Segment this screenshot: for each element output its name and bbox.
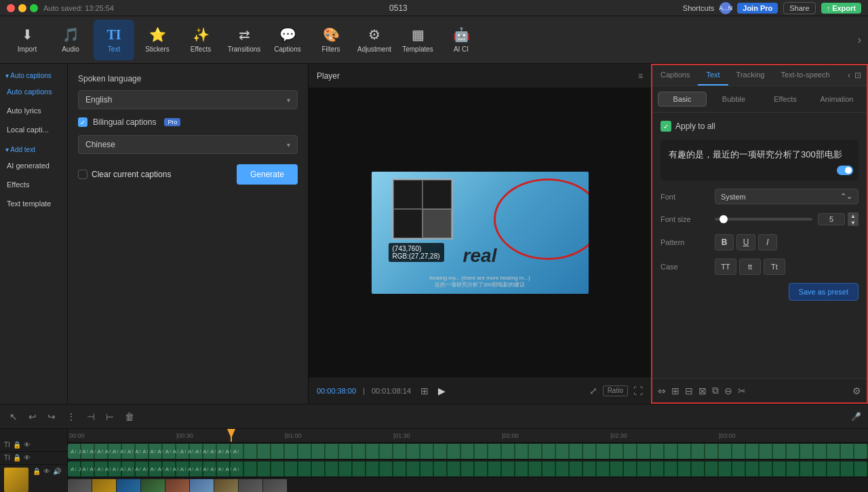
lock-icon-2[interactable]: 🔒 [13, 454, 21, 461]
sidebar-item-ai-generated[interactable]: AI generated [0, 156, 67, 175]
fullscreen-icon[interactable]: ⛶ [633, 385, 643, 396]
sub-tab-effects[interactable]: Effects [761, 92, 810, 107]
audio-icon-3[interactable]: 🔊 [53, 468, 61, 475]
tool-captions[interactable]: 💬 Captions [267, 20, 308, 60]
clear-captions-checkbox[interactable] [78, 170, 87, 179]
tl-redo-icon[interactable]: ↪ [45, 410, 58, 423]
rp-cut-icon[interactable]: ✂ [738, 385, 746, 396]
eye-icon-3[interactable]: 👁 [43, 468, 50, 475]
tool-adjustment[interactable]: ⚙ Adjustment [354, 20, 395, 60]
underline-button[interactable]: U [736, 234, 755, 250]
ratio-button[interactable]: Ratio [603, 385, 628, 396]
text-preview-content: 有趣的是，最近的一项研究分析了300部电影 [669, 148, 850, 162]
player-menu-icon[interactable]: ≡ [638, 71, 643, 81]
font-select[interactable]: System ⌃⌄ [715, 189, 859, 204]
tl-delete-icon[interactable]: 🗑 [122, 410, 137, 423]
player-area: Player ≡ (743,760) RGB:(27,27,28) real h… [309, 64, 651, 404]
language-dropdown[interactable]: English ▾ [78, 90, 298, 109]
sub-tab-animation[interactable]: Animation [812, 92, 861, 107]
rp-settings-icon[interactable]: ⚙ [852, 385, 861, 396]
eye-icon-1[interactable]: 👁 [24, 441, 31, 449]
slider-thumb[interactable] [719, 215, 728, 223]
grid-view-icon[interactable]: ⊞ [420, 385, 429, 396]
bilingual-checkbox[interactable]: ✓ [78, 117, 87, 127]
sidebar-item-effects[interactable]: Effects [0, 175, 67, 194]
microphone-icon[interactable]: 🎤 [851, 412, 861, 421]
tab-expand-icon[interactable]: ‹ ⊡ [842, 65, 867, 86]
tool-transitions[interactable]: ⇄ Transitions [224, 20, 264, 60]
tool-audio[interactable]: 🎵 Audio [50, 20, 91, 60]
tool-text[interactable]: TI Text [94, 20, 134, 60]
bold-button[interactable]: B [715, 234, 734, 250]
case-title[interactable]: Tt [764, 259, 785, 275]
captions-icon: 💬 [279, 26, 296, 43]
shortcuts-button[interactable]: Shortcuts [683, 4, 714, 12]
lock-icon-1[interactable]: 🔒 [13, 441, 21, 449]
case-row: Case TT tt Tt [660, 259, 859, 275]
share-button[interactable]: Share [783, 2, 815, 14]
tl-split-icon[interactable]: ⋮ [64, 410, 79, 423]
italic-button[interactable]: I [758, 234, 777, 250]
sidebar-item-auto-captions[interactable]: Auto captions [0, 82, 67, 101]
font-size-slider[interactable] [715, 218, 812, 221]
user-avatar[interactable]: A...N [719, 2, 732, 14]
save-preset-button[interactable]: Save as preset [789, 283, 859, 301]
top-bar-left: Auto saved: 13:25:54 [7, 4, 114, 12]
playhead[interactable] [231, 429, 232, 442]
rp-dup-icon[interactable]: ⧉ [712, 385, 719, 396]
text-icon: TI [106, 27, 121, 43]
rp-minus-icon[interactable]: ⊖ [724, 385, 732, 396]
export-button[interactable]: ↑ Export [821, 3, 861, 14]
tl-trim-left-icon[interactable]: ⊣ [84, 410, 98, 423]
rp-split-icon[interactable]: ⊟ [685, 385, 693, 396]
color-picker-tooltip: (743,760) RGB:(27,27,28) [389, 243, 444, 262]
toolbar-expand-icon[interactable]: › [858, 34, 861, 46]
sub-tab-bubble[interactable]: Bubble [709, 92, 758, 107]
tl-select-tool[interactable]: ↖ [7, 410, 20, 423]
video-thumb-9 [263, 479, 288, 492]
tool-stickers[interactable]: ⭐ Stickers [137, 20, 178, 60]
tl-undo-icon[interactable]: ↩ [26, 410, 39, 423]
tool-filters-label: Filters [321, 45, 340, 53]
case-lower[interactable]: tt [739, 259, 761, 275]
bilingual-lang-dropdown[interactable]: Chinese ▾ [78, 135, 298, 154]
tl-trim-right-icon[interactable]: ⊢ [103, 410, 117, 423]
rp-grid-icon[interactable]: ⊞ [671, 385, 679, 396]
tool-filters[interactable]: 🎨 Filters [311, 20, 351, 60]
sidebar-item-auto-lyrics[interactable]: Auto lyrics [0, 101, 67, 120]
join-pro-button[interactable]: Join Pro [737, 3, 778, 14]
tab-captions[interactable]: Captions [652, 65, 698, 86]
close-button[interactable] [7, 4, 15, 12]
video-thumb-7 [214, 479, 239, 492]
tab-tracking[interactable]: Tracking [728, 65, 773, 86]
tool-ai-ci[interactable]: 🤖 AI CI [441, 20, 481, 60]
rp-link-icon[interactable]: ⇔ [658, 385, 666, 396]
generate-button[interactable]: Generate [237, 164, 298, 185]
rp-distribute-icon[interactable]: ⊠ [698, 385, 707, 396]
play-button[interactable]: ▶ [438, 385, 446, 396]
case-upper[interactable]: TT [715, 259, 736, 275]
maximize-button[interactable] [30, 4, 38, 12]
minimize-button[interactable] [18, 4, 26, 12]
fit-screen-icon[interactable]: ⤢ [589, 385, 597, 396]
tool-import[interactable]: ⬇ Import [7, 20, 47, 60]
tool-templates[interactable]: ▦ Templates [397, 20, 438, 60]
apply-all-checkbox[interactable]: ✓ [660, 121, 671, 132]
sub-tab-basic[interactable]: Basic [658, 92, 707, 107]
sidebar-item-local-captions[interactable]: Local capti... [0, 120, 67, 139]
tab-text[interactable]: Text [698, 65, 728, 86]
tool-effects[interactable]: ✨ Effects [180, 20, 221, 60]
audio-icon: 🎵 [62, 26, 79, 43]
font-size-up[interactable]: ▲ [848, 212, 859, 219]
font-row: Font System ⌃⌄ [660, 189, 859, 204]
font-size-input[interactable]: 5 [818, 213, 845, 225]
font-size-down[interactable]: ▼ [848, 219, 859, 226]
sidebar-item-text-template[interactable]: Text template [0, 194, 67, 213]
time-separator: | [363, 387, 365, 395]
player-video: (743,760) RGB:(27,27,28) real healing my… [372, 172, 589, 294]
tl-ruler: 00:00 |00:30 |01:00 |01:30 |02:00 |02:30… [68, 429, 868, 442]
eye-icon-2[interactable]: 👁 [24, 454, 31, 461]
tab-text-to-speech[interactable]: Text-to-speech [772, 65, 837, 86]
text-preview-toggle[interactable] [837, 166, 853, 175]
lock-icon-3[interactable]: 🔒 [33, 468, 41, 475]
